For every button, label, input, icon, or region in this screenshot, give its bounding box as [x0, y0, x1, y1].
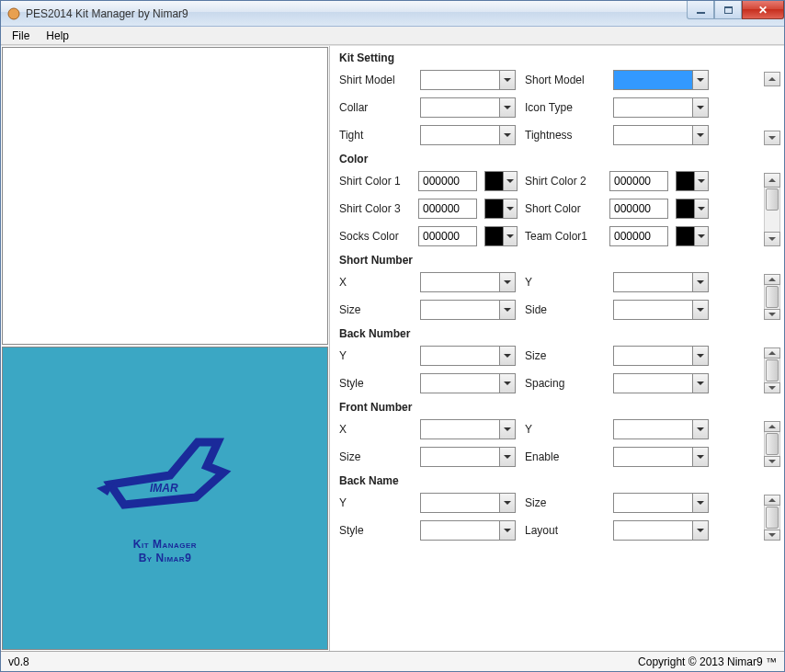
chevron-down-icon[interactable] [694, 226, 709, 246]
chevron-down-icon[interactable] [692, 520, 709, 541]
chevron-down-icon[interactable] [694, 171, 709, 191]
combo-front-num-size[interactable] [420, 447, 516, 467]
scroll-thumb[interactable] [766, 433, 779, 455]
chevron-down-icon[interactable] [694, 199, 709, 219]
chevron-down-icon[interactable] [499, 97, 516, 118]
chevron-down-icon[interactable] [499, 125, 516, 145]
logo-line2: By Nimar9 [133, 552, 197, 565]
scroll-thumb[interactable] [766, 188, 779, 211]
chevron-down-icon[interactable] [692, 70, 709, 90]
chevron-down-icon[interactable] [692, 373, 709, 393]
chevron-down-icon[interactable] [503, 199, 518, 219]
chevron-down-icon[interactable] [692, 419, 709, 439]
scroll-up-icon[interactable] [764, 72, 780, 86]
swatch-shirt-color-2[interactable] [676, 171, 709, 191]
chevron-down-icon[interactable] [692, 493, 709, 513]
scroll-down-icon[interactable] [764, 232, 780, 246]
combo-collar[interactable] [420, 97, 516, 118]
combo-tight[interactable] [420, 125, 516, 145]
scroll-thumb[interactable] [766, 507, 779, 529]
swatch-team-color-1[interactable] [676, 226, 709, 246]
scrollbar[interactable] [764, 495, 780, 541]
chevron-down-icon[interactable] [499, 346, 516, 366]
input-short-color[interactable] [609, 199, 668, 219]
scroll-thumb[interactable] [766, 359, 779, 382]
chevron-down-icon[interactable] [692, 447, 709, 467]
label-side: Side [525, 303, 604, 316]
combo-front-num-x[interactable] [420, 419, 516, 439]
label-short-model: Short Model [525, 74, 604, 86]
scroll-up-icon[interactable] [764, 495, 780, 506]
chevron-down-icon[interactable] [692, 125, 709, 145]
swatch-shirt-color-3[interactable] [484, 199, 518, 219]
scroll-down-icon[interactable] [764, 131, 780, 145]
swatch-shirt-color-1[interactable] [484, 171, 518, 191]
input-socks-color[interactable] [418, 226, 477, 246]
combo-back-num-spacing[interactable] [613, 373, 709, 393]
combo-short-num-x[interactable] [420, 272, 516, 292]
combo-back-num-y[interactable] [420, 346, 516, 366]
combo-short-num-side[interactable] [613, 300, 709, 320]
input-shirt-color-3[interactable] [418, 199, 477, 219]
chevron-down-icon[interactable] [499, 493, 516, 513]
chevron-down-icon[interactable] [499, 272, 516, 292]
chevron-down-icon[interactable] [692, 300, 709, 320]
combo-back-name-layout[interactable] [613, 520, 709, 541]
scroll-thumb[interactable] [766, 286, 779, 308]
combo-back-name-size[interactable] [613, 493, 709, 513]
chevron-down-icon[interactable] [692, 346, 709, 366]
chevron-down-icon[interactable] [692, 272, 709, 292]
label-shirt-color-2: Shirt Color 2 [525, 175, 602, 188]
combo-back-num-size[interactable] [613, 346, 709, 366]
chevron-down-icon[interactable] [503, 171, 518, 191]
combo-back-num-style[interactable] [420, 373, 516, 393]
chevron-down-icon[interactable] [503, 226, 518, 246]
close-button[interactable]: ✕ [742, 1, 784, 19]
label-shirt-color-1: Shirt Color 1 [339, 175, 411, 188]
chevron-down-icon[interactable] [499, 300, 516, 320]
title-bar[interactable]: PES2014 Kit Manager by Nimar9 ✕ [1, 1, 784, 27]
scroll-up-icon[interactable] [764, 274, 780, 285]
swatch-socks-color[interactable] [484, 226, 518, 246]
scroll-up-icon[interactable] [764, 347, 780, 359]
menu-help[interactable]: Help [39, 28, 76, 44]
combo-back-name-style[interactable] [420, 520, 516, 541]
chevron-down-icon[interactable] [499, 419, 516, 439]
chevron-down-icon[interactable] [499, 373, 516, 393]
chevron-down-icon[interactable] [499, 447, 516, 467]
input-shirt-color-2[interactable] [609, 171, 668, 191]
combo-front-num-y[interactable] [613, 419, 709, 439]
scrollbar[interactable] [764, 274, 780, 320]
nimar-logo-icon: IMAR [87, 431, 244, 521]
combo-shirt-model[interactable] [420, 70, 516, 90]
minimize-button[interactable] [687, 1, 714, 19]
scrollbar[interactable] [764, 347, 780, 393]
scroll-up-icon[interactable] [764, 173, 780, 188]
combo-icon-type[interactable] [613, 97, 709, 118]
combo-short-model[interactable] [613, 70, 709, 90]
combo-front-num-enable[interactable] [613, 447, 709, 467]
version-label: v0.8 [8, 655, 29, 668]
menu-file[interactable]: File [5, 28, 37, 44]
combo-short-num-size[interactable] [420, 300, 516, 320]
scroll-down-icon[interactable] [764, 530, 780, 541]
scroll-down-icon[interactable] [764, 456, 780, 467]
chevron-down-icon[interactable] [692, 97, 709, 118]
scroll-down-icon[interactable] [764, 309, 780, 320]
chevron-down-icon[interactable] [499, 70, 516, 90]
scroll-down-icon[interactable] [764, 382, 780, 393]
scroll-up-icon[interactable] [764, 421, 780, 432]
scrollbar[interactable] [764, 72, 780, 145]
combo-tightness[interactable] [613, 125, 709, 145]
input-shirt-color-1[interactable] [418, 171, 477, 191]
swatch-short-color[interactable] [676, 199, 709, 219]
status-bar: v0.8 Copyright © 2013 Nimar9 ™ [1, 651, 784, 671]
scrollbar[interactable] [764, 421, 780, 467]
content-area: IMAR Kit Manager By Nimar9 Kit Setting S… [1, 45, 784, 651]
maximize-button[interactable] [714, 1, 742, 19]
scrollbar[interactable] [764, 173, 780, 246]
chevron-down-icon[interactable] [499, 520, 516, 541]
combo-back-name-y[interactable] [420, 493, 516, 513]
combo-short-num-y[interactable] [613, 272, 709, 292]
input-team-color-1[interactable] [609, 226, 668, 246]
